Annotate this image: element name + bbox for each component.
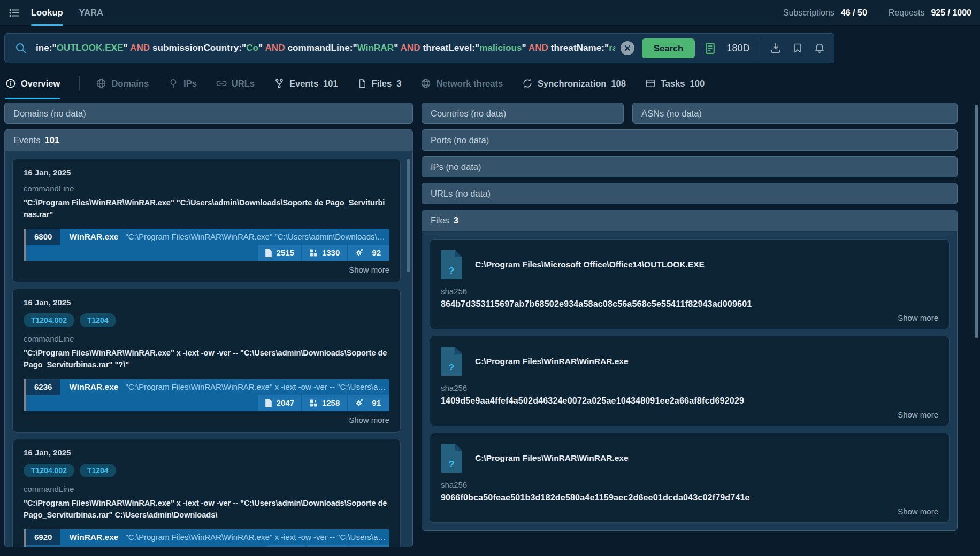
- download-icon[interactable]: [770, 42, 782, 54]
- show-more-link[interactable]: Show more: [441, 410, 938, 419]
- unknown-file-icon: ?: [441, 444, 462, 473]
- event-field-value: "C:\Program Files\WinRAR\WinRAR.exe" x -…: [24, 347, 389, 371]
- tab-count: 100: [690, 79, 705, 89]
- process-pid: 6800: [26, 229, 60, 245]
- events-panel-title: Events: [13, 135, 40, 145]
- tab-label: Synchronization: [538, 79, 606, 89]
- search-field[interactable]: ine:"OUTLOOK.EXE" AND submissionCountry:…: [4, 33, 834, 63]
- nav-tab-lookup[interactable]: Lookup: [31, 0, 63, 26]
- search-button[interactable]: Search: [642, 38, 695, 58]
- query-segment: AND: [529, 43, 548, 53]
- query-segment: Co: [246, 43, 258, 53]
- files-panel: Files 3 ? C:\Program Files\Microsoft Off…: [422, 210, 958, 531]
- process-name: WinRAR.exe: [69, 232, 118, 242]
- file-stat-icon: [265, 249, 272, 257]
- topbar-quotas: Subscriptions 46 / 50 Requests 925 / 100…: [783, 8, 971, 18]
- event-card: 16 Jan, 2025 commandLine "C:\Program Fil…: [12, 159, 401, 282]
- registry-stat: 91: [348, 395, 389, 411]
- registry-stat: 63: [348, 545, 389, 547]
- gear-stat-icon: [355, 248, 364, 257]
- clear-search-icon[interactable]: [621, 41, 634, 55]
- tab-label: Events: [289, 79, 318, 89]
- tab-files[interactable]: Files3: [357, 67, 402, 99]
- sha256-hash: 1409d5e9aa4ffef4a502d46324e0072a025ae104…: [441, 396, 938, 406]
- event-badges: T1204.002T1204: [24, 313, 389, 327]
- mitre-technique-badge[interactable]: T1204: [80, 313, 116, 327]
- events-list: 16 Jan, 2025 commandLine "C:\Program Fil…: [5, 151, 412, 547]
- section-tabs: Overview Domains IPs URLs Events101 File…: [0, 67, 980, 99]
- query-history-icon[interactable]: [703, 42, 717, 55]
- event-field-label: commandLine: [24, 334, 389, 343]
- bookmark-icon[interactable]: [792, 42, 803, 54]
- event-field-label: commandLine: [24, 184, 389, 193]
- modules-stat: 1330: [302, 245, 347, 261]
- nav-tab-yara[interactable]: YARA: [79, 0, 103, 26]
- files-list: ? C:\Program Files\Microsoft Office\Offi…: [422, 231, 957, 530]
- domains-panel: Domains (no data): [4, 103, 413, 124]
- tab-tasks[interactable]: Tasks100: [645, 67, 705, 99]
- modules-stat-icon: [309, 249, 318, 257]
- tab-count: 108: [611, 79, 626, 89]
- mitre-technique-badge[interactable]: T1204: [80, 464, 116, 477]
- query-segment: ine:": [36, 43, 57, 53]
- mitre-technique-badge[interactable]: T1204.002: [24, 464, 74, 477]
- process-name: WinRAR.exe: [69, 382, 118, 392]
- files-stat-value: 2515: [277, 248, 294, 257]
- mitre-technique-badge[interactable]: T1204.002: [24, 313, 74, 327]
- subscriptions-quota: Subscriptions 46 / 50: [783, 8, 867, 18]
- page-scrollbar[interactable]: [975, 105, 978, 338]
- tab-events[interactable]: Events101: [274, 67, 338, 99]
- query-segment: ": [258, 43, 265, 53]
- tab-label: IPs: [183, 79, 197, 89]
- file-path: C:\Program Files\Microsoft Office\Office…: [475, 260, 705, 269]
- process-cmdline: "C:\Program Files\WinRAR\WinRAR.exe" x -…: [125, 382, 389, 391]
- unknown-file-icon: ?: [441, 347, 462, 376]
- urls-panel: URLs (no data): [422, 183, 958, 204]
- process-row[interactable]: 6920 WinRAR.exe "C:\Program Files\WinRAR…: [24, 529, 389, 547]
- process-row[interactable]: 6236 WinRAR.exe "C:\Program Files\WinRAR…: [24, 379, 389, 411]
- requests-quota: Requests 925 / 1000: [889, 8, 971, 18]
- registry-stat-value: 91: [372, 398, 381, 407]
- event-field-value: "C:\Program Files\WinRAR\WinRAR.exe" x -…: [24, 497, 389, 521]
- process-row[interactable]: 6800 WinRAR.exe "C:\Program Files\WinRAR…: [24, 229, 389, 261]
- process-cmdline: "C:\Program Files\WinRAR\WinRAR.exe" "C:…: [125, 232, 389, 241]
- requests-value: 925 / 1000: [931, 8, 971, 18]
- file-card: ? C:\Program Files\WinRAR\WinRAR.exe sha…: [430, 336, 950, 426]
- ports-panel: Ports (no data): [422, 129, 958, 151]
- tab-count: 101: [323, 79, 338, 89]
- show-more-link[interactable]: Show more: [441, 313, 938, 322]
- event-date: 16 Jan, 2025: [24, 298, 389, 307]
- show-more-link[interactable]: Show more: [24, 415, 389, 424]
- tab-label: Overview: [21, 79, 60, 89]
- tab-synchronization[interactable]: Synchronization108: [522, 67, 626, 99]
- query-segment: ": [522, 43, 529, 53]
- gear-stat-icon: [355, 398, 364, 407]
- files-stat: 2515: [258, 245, 301, 261]
- query-segment: ": [394, 43, 400, 53]
- subscriptions-value: 46 / 50: [841, 8, 867, 18]
- tab-label: Files: [372, 79, 392, 89]
- sha256-hash: 9066f0bca50feae501b3d182de580a4e1159aec2…: [441, 493, 938, 503]
- modules-stat-value: 1330: [322, 248, 340, 257]
- events-scrollbar[interactable]: [407, 159, 410, 272]
- events-panel: Events 101 16 Jan, 2025 commandLine "C:\…: [4, 129, 413, 547]
- files-panel-title: Files: [431, 215, 449, 226]
- tab-domains: Domains: [96, 67, 149, 99]
- tab-overview[interactable]: Overview: [5, 67, 60, 99]
- menu-icon[interactable]: [9, 7, 20, 19]
- files-panel-count: 3: [454, 215, 458, 226]
- notifications-bell-icon[interactable]: [814, 42, 825, 54]
- modules-stat-value: 1258: [322, 398, 340, 407]
- query-segment: threatLevel:": [420, 43, 480, 53]
- query-segment: threatName:": [548, 43, 609, 53]
- process-stats: 2047 1258 91: [258, 395, 389, 411]
- file-card: ? C:\Program Files\Microsoft Office\Offi…: [430, 239, 950, 329]
- query-segment: commandLine:": [285, 43, 357, 53]
- file-card: ? C:\Program Files\WinRAR\WinRAR.exe sha…: [430, 433, 950, 523]
- left-column: Domains (no data) Events 101 16 Jan, 202…: [4, 103, 413, 547]
- show-more-link[interactable]: Show more: [441, 507, 938, 516]
- period-selector[interactable]: 180D: [726, 43, 750, 54]
- show-more-link[interactable]: Show more: [24, 265, 389, 274]
- search-query-input[interactable]: ine:"OUTLOOK.EXE" AND submissionCountry:…: [36, 43, 615, 53]
- file-path: C:\Program Files\WinRAR\WinRAR.exe: [475, 453, 629, 463]
